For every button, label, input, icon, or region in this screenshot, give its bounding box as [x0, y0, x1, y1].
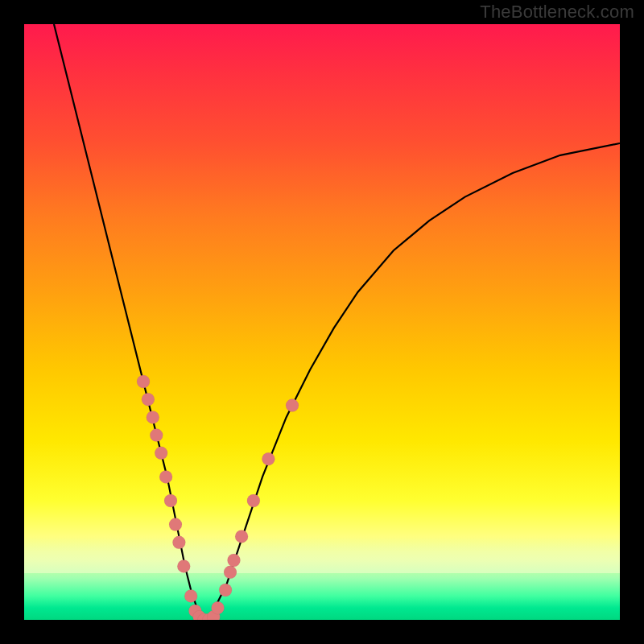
plot-area — [24, 24, 620, 620]
chart-svg — [24, 24, 620, 620]
scatter-dot — [137, 375, 150, 388]
scatter-dot — [150, 429, 163, 442]
scatter-dot — [159, 470, 172, 483]
scatter-dot — [169, 518, 182, 531]
scatter-dot — [286, 399, 299, 412]
scatter-dot — [184, 589, 197, 602]
bottleneck-curve-path — [54, 24, 620, 620]
chart-frame: TheBottleneck.com — [0, 0, 644, 644]
scatter-dot — [228, 554, 241, 567]
scatter-dot — [235, 530, 248, 543]
scatter-dots — [137, 375, 299, 620]
scatter-dot — [164, 494, 177, 507]
scatter-dot — [155, 447, 167, 460]
scatter-dot — [212, 601, 225, 614]
scatter-dot — [177, 559, 190, 572]
scatter-dot — [219, 584, 232, 597]
bottleneck-curve — [54, 24, 620, 620]
watermark-text: TheBottleneck.com — [480, 2, 634, 23]
scatter-dot — [247, 494, 260, 507]
scatter-dot — [224, 566, 237, 579]
scatter-dot — [147, 411, 159, 423]
scatter-dot — [142, 393, 155, 406]
scatter-dot — [172, 536, 185, 549]
scatter-dot — [262, 452, 275, 465]
